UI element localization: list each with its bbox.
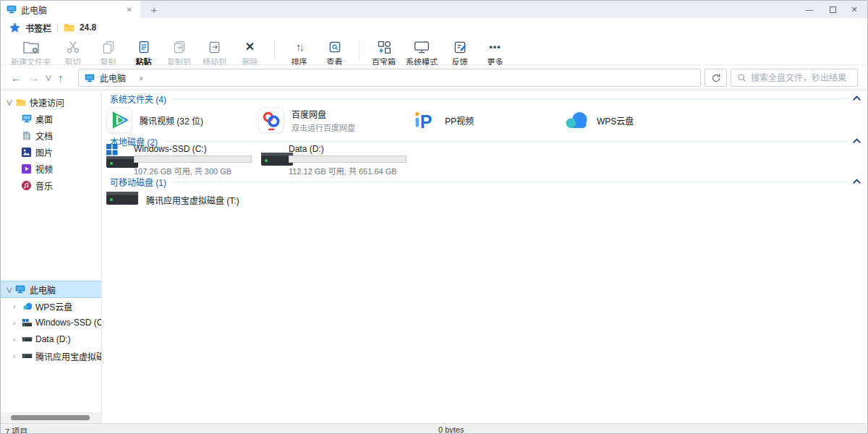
breadcrumb[interactable]: 此电脑 (100, 72, 126, 84)
copy-to-button[interactable]: 复制到 (161, 37, 197, 67)
toolbar-separator (359, 40, 359, 60)
videos-icon (22, 164, 31, 174)
breadcrumb-chevron-icon[interactable]: › (140, 72, 142, 83)
move-to-icon (208, 38, 222, 55)
refresh-button[interactable] (705, 69, 727, 87)
folder-icon[interactable] (64, 23, 75, 32)
up-button[interactable]: ↑ (58, 65, 64, 90)
sidebar-item-this-pc[interactable]: ∨ 此电脑 (1, 281, 102, 298)
collapse-chevron-icon[interactable] (851, 176, 861, 187)
sidebar-item-drive-d[interactable]: › Data (D:) (1, 331, 102, 347)
sidebar-item-wps-cloud[interactable]: › WPS云盘 (1, 298, 102, 314)
sort-button[interactable]: ↑↓ 排序 (281, 37, 317, 67)
new-folder-button[interactable]: 新建文件夹 (7, 37, 55, 67)
history-dropdown-icon[interactable]: ∨ (45, 65, 52, 90)
sidebar-horizontal-scrollbar[interactable] (1, 412, 102, 423)
new-tab-button[interactable]: + (144, 1, 164, 18)
item-pp-video[interactable]: P PP视频 (412, 105, 558, 135)
toolbar-separator (274, 40, 275, 60)
sidebar-item-pictures[interactable]: 图片 (1, 144, 102, 160)
selection-size: 0 bytes (438, 425, 464, 434)
collapse-chevron-icon[interactable] (851, 136, 861, 146)
tab-close-icon[interactable]: ✕ (124, 6, 135, 14)
section-divider (172, 182, 848, 182)
sidebar-item-drive-t[interactable]: › 腾讯应用宝虚拟磁盘 (T:) (1, 348, 102, 364)
copy-icon (101, 38, 116, 55)
section-title: 系统文件夹 (4) (110, 93, 166, 105)
move-to-button[interactable]: 移动到 (197, 37, 232, 67)
window-close-button[interactable]: ✕ (843, 1, 866, 18)
scrollbar-thumb[interactable] (11, 415, 90, 420)
drive-usage-bar (289, 156, 407, 163)
address-bar[interactable]: 此电脑 › (78, 69, 701, 87)
item-baidu-netdisk[interactable]: 百度网盘 双击运行百度网盘 (258, 105, 404, 135)
item-tencent-video[interactable]: 腾讯视频 (32 位) (106, 105, 252, 135)
forward-button[interactable]: → (28, 65, 39, 90)
more-button[interactable]: ••• 更多 (477, 37, 513, 67)
window-maximize-button[interactable] (821, 1, 844, 18)
cut-button[interactable]: 剪切 (55, 37, 90, 67)
star-icon[interactable] (9, 22, 20, 33)
chevron-down-icon[interactable]: ∨ (6, 97, 13, 108)
tab-this-pc[interactable]: 此电脑 ✕ (1, 1, 140, 18)
chevron-right-icon[interactable]: › (13, 319, 15, 327)
bookmarks-label[interactable]: 书签栏 (25, 22, 51, 34)
drive-d[interactable]: Data (D:) 112.12 GB 可用, 共 651.64 GB (261, 144, 413, 174)
music-icon (22, 181, 31, 190)
file-list-area: 系统文件夹 (4) 腾讯视频 (32 位) 百度网盘 双击运行百度网盘 P PP… (103, 90, 867, 423)
sidebar-item-drive-c[interactable]: › Windows-SSD (C:) (1, 315, 102, 331)
sidebar-item-music[interactable]: 音乐 (1, 177, 102, 193)
pp-video-icon: P (412, 107, 438, 133)
tab-title: 此电脑 (21, 4, 120, 16)
drive-icon (106, 187, 140, 209)
back-button[interactable]: ← (11, 65, 22, 90)
sidebar-item-documents[interactable]: 文档 (1, 127, 102, 143)
feedback-button[interactable]: 反馈 (442, 37, 477, 67)
sidebar-tree: ∨ 快速访问 桌面 文档 图片 视频 音乐 ∨ 此电脑 (1, 90, 102, 412)
feedback-icon (453, 38, 467, 55)
chevron-right-icon[interactable]: › (13, 302, 15, 310)
item-name: 百度网盘 (292, 108, 355, 120)
bookmark-folder-label[interactable]: 24.8 (80, 22, 96, 33)
chevron-right-icon[interactable]: › (13, 336, 15, 344)
collapse-chevron-icon[interactable] (851, 93, 861, 103)
windows-drive-icon (22, 319, 33, 327)
pictures-icon (22, 148, 31, 157)
sidebar-item-desktop[interactable]: 桌面 (1, 111, 102, 127)
view-button[interactable]: 查看 (317, 37, 352, 67)
sidebar-item-videos[interactable]: 视频 (1, 161, 102, 176)
drive-name: Data (D:) (289, 144, 324, 154)
computer-icon (85, 74, 95, 82)
bookmarks-separator: | (56, 23, 59, 32)
maximize-icon (830, 7, 836, 13)
section-divider (163, 141, 848, 142)
drive-icon (22, 336, 33, 342)
document-icon (22, 131, 31, 140)
view-icon (328, 38, 342, 55)
more-icon: ••• (489, 38, 501, 55)
paste-button[interactable]: 粘贴 (126, 37, 161, 67)
copy-button[interactable]: 复制 (90, 37, 126, 67)
toolbox-button[interactable]: 百宝箱 (366, 37, 401, 67)
svg-text:P: P (420, 111, 433, 132)
system-mode-button[interactable]: 系统模式 (401, 37, 442, 67)
section-header-removable-disks: 可移动磁盘 (1) (110, 176, 848, 187)
search-input[interactable] (751, 73, 851, 83)
search-box[interactable] (731, 69, 858, 87)
drive-name: 腾讯应用宝虚拟磁盘 (T:) (146, 194, 239, 206)
new-folder-icon (22, 38, 40, 55)
drive-c[interactable]: Windows-SSD (C:) 107.26 GB 可用, 共 300 GB (106, 144, 258, 174)
toolbar: 新建文件夹 剪切 复制 粘贴 复制到 移动到 ✕ 删除 ↑↓ 排序 (1, 37, 867, 65)
chevron-down-icon[interactable]: ∨ (6, 284, 13, 295)
drive-name: Windows-SSD (C:) (134, 144, 207, 154)
delete-button[interactable]: ✕ 删除 (232, 37, 268, 67)
sidebar-item-quick-access[interactable]: ∨ 快速访问 (1, 94, 102, 110)
item-wps-cloud[interactable]: WPS云盘 (563, 105, 710, 135)
window-minimize-button[interactable]: — (798, 1, 821, 18)
item-description: 双击运行百度网盘 (292, 122, 355, 133)
chevron-right-icon[interactable]: › (13, 352, 15, 360)
tencent-video-icon (106, 107, 132, 133)
navigation-bar: ← → ∨ ↑ 此电脑 › (1, 65, 867, 90)
baidu-netdisk-icon (258, 107, 284, 133)
monitor-icon (414, 38, 430, 55)
